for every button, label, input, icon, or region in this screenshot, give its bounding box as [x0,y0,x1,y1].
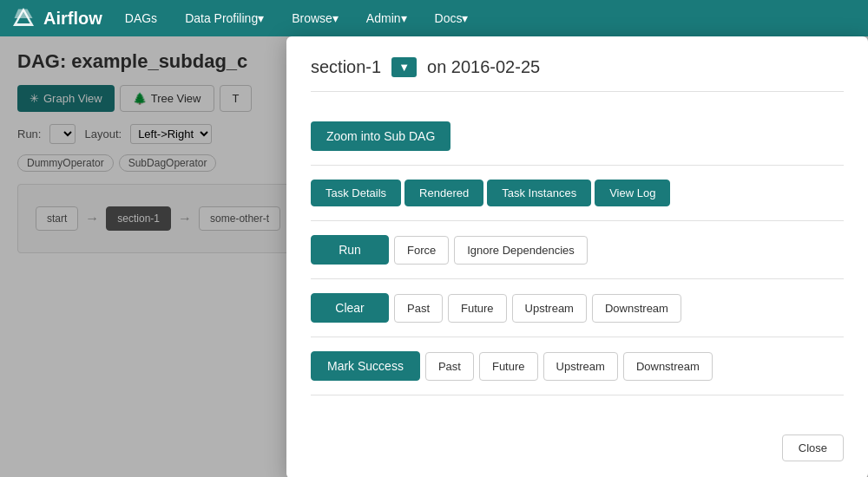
clear-upstream-button[interactable]: Upstream [512,294,587,323]
clear-section: Clear Past Future Upstream Downstream [311,279,844,337]
mark-future-button[interactable]: Future [479,352,538,381]
tab-buttons: Task Details Rendered Task Instances Vie… [311,180,844,206]
page-content: DAG: example_subdag_c ✳ Graph View 🌲 Tre… [0,36,868,477]
ignore-dependencies-button[interactable]: Ignore Dependencies [454,236,588,265]
run-action-row: Run Force Ignore Dependencies [311,235,844,265]
nav-admin[interactable]: Admin▾ [361,8,412,29]
tab-rendered[interactable]: Rendered [404,180,483,206]
tab-task-details[interactable]: Task Details [311,180,401,206]
mark-upstream-button[interactable]: Upstream [543,352,618,381]
filter-icon-button[interactable]: ▼ [391,57,417,77]
tab-task-instances[interactable]: Task Instances [487,180,591,206]
run-section: Run Force Ignore Dependencies [311,221,844,279]
mark-success-section: Mark Success Past Future Upstream Downst… [311,337,844,395]
airflow-logo [10,5,36,31]
modal: section-1 ▼ on 2016-02-25 Zoom into Sub … [286,36,868,477]
clear-downstream-button[interactable]: Downstream [592,294,681,323]
force-button[interactable]: Force [394,236,449,265]
mark-success-button[interactable]: Mark Success [311,351,420,381]
nav-dags[interactable]: DAGs [120,8,162,29]
tabs-section: Task Details Rendered Task Instances Vie… [311,166,844,221]
modal-date: on 2016-02-25 [427,57,540,77]
run-button[interactable]: Run [311,235,389,265]
svg-marker-2 [15,10,33,19]
funnel-icon: ▼ [398,61,410,74]
modal-footer: Close [311,421,844,461]
zoom-section: Zoom into Sub DAG [311,108,844,166]
mark-past-button[interactable]: Past [425,352,474,381]
close-button[interactable]: Close [782,435,844,461]
nav-data-profiling[interactable]: Data Profiling▾ [180,8,269,29]
mark-downstream-button[interactable]: Downstream [623,352,713,381]
modal-overlay: section-1 ▼ on 2016-02-25 Zoom into Sub … [0,36,868,477]
brand: Airflow [10,5,102,31]
brand-label: Airflow [43,9,102,29]
navbar: Airflow DAGs Data Profiling▾ Browse▾ Adm… [0,0,868,36]
clear-past-button[interactable]: Past [394,294,443,323]
clear-future-button[interactable]: Future [448,294,507,323]
modal-header: section-1 ▼ on 2016-02-25 [311,57,844,92]
nav-browse[interactable]: Browse▾ [286,8,344,29]
modal-title: section-1 [311,57,381,77]
zoom-subdag-button[interactable]: Zoom into Sub DAG [311,121,450,151]
nav-docs[interactable]: Docs▾ [430,8,474,29]
clear-button[interactable]: Clear [311,293,389,323]
clear-action-row: Clear Past Future Upstream Downstream [311,293,844,323]
mark-action-row: Mark Success Past Future Upstream Downst… [311,351,844,381]
tab-view-log[interactable]: View Log [595,180,670,206]
